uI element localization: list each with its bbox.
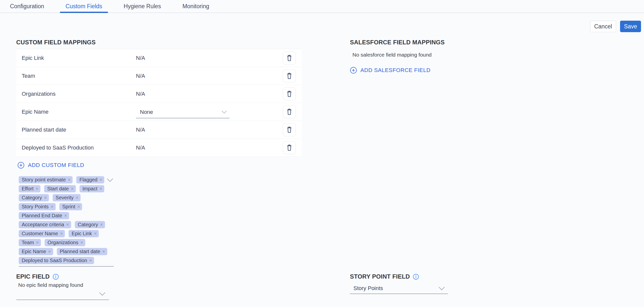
save-button[interactable]: Save — [620, 21, 641, 32]
add-custom-field-label: ADD CUSTOM FIELD — [28, 162, 84, 168]
chip-remove-icon[interactable]: × — [102, 249, 105, 255]
chip-label: Story Points — [22, 204, 49, 210]
chip-label: Organizations — [48, 240, 78, 246]
chip-remove-icon[interactable]: × — [100, 177, 102, 183]
salesforce-empty-message: No salesforce field mapping found — [350, 52, 624, 58]
chevron-down-icon[interactable] — [107, 178, 113, 182]
delete-field-button[interactable] — [283, 123, 296, 136]
cancel-button[interactable]: Cancel — [590, 21, 616, 32]
plus-circle-icon — [18, 162, 24, 169]
add-custom-field-button[interactable]: ADD CUSTOM FIELD — [18, 162, 84, 169]
delete-field-button[interactable] — [283, 87, 296, 100]
chip-label: Planned start date — [60, 249, 100, 255]
info-icon[interactable] — [413, 274, 419, 280]
chip-remove-icon[interactable]: × — [71, 186, 74, 192]
tab[interactable]: Hygiene Rules — [118, 0, 167, 12]
chip-label: Category — [78, 222, 98, 228]
story-point-field-title: STORY POINT FIELD — [350, 273, 624, 280]
chip-remove-icon[interactable]: × — [36, 240, 39, 246]
custom-fields-settings-page: Configuration Custom Fields Hygiene Rule… — [0, 0, 644, 307]
field-chip: Planned End Date × — [19, 212, 69, 219]
field-chip: Epic Name × — [19, 248, 53, 255]
add-salesforce-field-button[interactable]: ADD SALESFORCE FIELD — [350, 67, 430, 74]
chip-remove-icon[interactable]: × — [77, 204, 80, 210]
field-chip: Acceptance criteria × — [19, 221, 71, 228]
main-content: CUSTOM FIELD MAPPINGS Epic Link N/A N/A — [0, 39, 644, 300]
tab-label: Monitoring — [182, 3, 209, 10]
epic-field-title-text: EPIC FIELD — [16, 273, 50, 280]
plus-circle-icon — [350, 67, 357, 74]
chip-remove-icon[interactable]: × — [80, 240, 83, 246]
field-label: Planned start date — [16, 127, 136, 133]
trash-icon — [286, 54, 292, 61]
field-chip: Story point estimate × — [19, 176, 72, 183]
custom-field-mappings-section: CUSTOM FIELD MAPPINGS Epic Link N/A N/A — [16, 39, 302, 267]
field-label: Deployed to SaaS Production — [16, 145, 136, 151]
epic-field-empty-message: No epic field mapping found — [16, 282, 302, 288]
delete-field-button[interactable] — [283, 141, 296, 154]
chip-remove-icon[interactable]: × — [100, 186, 102, 192]
chip-label: Epic Link — [72, 231, 92, 237]
add-salesforce-field-label: ADD SALESFORCE FIELD — [360, 67, 430, 73]
chevron-down-icon — [438, 287, 445, 290]
field-select-value: None — [136, 109, 153, 115]
field-chip: Customer Name × — [19, 230, 65, 237]
custom-field-row: Epic Link N/A N/A — [16, 49, 302, 67]
custom-field-row: Epic Name None None — [16, 103, 302, 121]
field-chip: Impact × — [80, 185, 104, 192]
chip-remove-icon[interactable]: × — [68, 177, 71, 183]
chip-remove-icon[interactable]: × — [48, 249, 51, 255]
custom-field-row: Organizations N/A N/A — [16, 85, 302, 103]
chip-remove-icon[interactable]: × — [60, 231, 63, 237]
form-action-bar: Cancel Save — [590, 21, 641, 32]
field-chip: Flagged × — [76, 176, 104, 183]
chip-remove-icon[interactable]: × — [94, 231, 97, 237]
field-value: N/A — [136, 55, 145, 61]
custom-field-row: Team N/A N/A — [16, 67, 302, 85]
chip-remove-icon[interactable]: × — [36, 186, 38, 192]
tab-label: Custom Fields — [66, 3, 102, 10]
delete-field-button[interactable] — [283, 105, 296, 118]
epic-field-select[interactable] — [16, 289, 109, 300]
tab[interactable]: Custom Fields — [60, 0, 108, 12]
field-value: N/A — [136, 91, 145, 97]
chevron-down-icon — [222, 110, 227, 114]
epic-field-title: EPIC FIELD — [16, 273, 302, 280]
field-label: Organizations — [16, 91, 136, 97]
chip-remove-icon[interactable]: × — [66, 222, 69, 228]
field-label: Epic Link — [16, 55, 136, 61]
chip-label: Team — [22, 240, 34, 246]
chip-label: Start date — [47, 186, 69, 192]
chip-remove-icon[interactable]: × — [100, 222, 103, 228]
chip-label: Impact — [82, 186, 98, 192]
story-point-field-select[interactable]: Story Points — [350, 283, 448, 294]
chip-label: Story point estimate — [22, 177, 66, 183]
chip-remove-icon[interactable]: × — [76, 195, 78, 201]
chip-label: Deployed to SaaS Production — [22, 258, 87, 263]
field-select[interactable]: None — [136, 106, 230, 118]
chip-label: Sprint — [62, 204, 75, 210]
custom-field-mappings-table: Epic Link N/A N/A — [16, 49, 302, 157]
trash-icon — [286, 126, 292, 133]
delete-field-button[interactable] — [283, 51, 296, 64]
tab[interactable]: Configuration — [4, 0, 50, 12]
chip-label: Customer Name — [22, 231, 58, 237]
field-chip: Start date × — [44, 185, 76, 192]
field-label: Epic Name — [16, 109, 136, 115]
chip-remove-icon[interactable]: × — [44, 195, 47, 201]
tab[interactable]: Monitoring — [176, 0, 215, 12]
field-chip: Planned start date × — [57, 248, 107, 255]
info-icon[interactable] — [53, 274, 59, 280]
delete-field-button[interactable] — [283, 69, 296, 82]
chip-remove-icon[interactable]: × — [51, 204, 54, 210]
chip-label: Category — [22, 195, 42, 201]
story-point-field-title-text: STORY POINT FIELD — [350, 273, 410, 280]
chip-remove-icon[interactable]: × — [64, 213, 67, 219]
field-chip: Category × — [75, 221, 105, 228]
available-fields-multiselect[interactable]: Story point estimate × Flagged × Effort … — [19, 176, 114, 267]
field-chip: Sprint × — [59, 203, 82, 210]
field-chip: Category × — [19, 194, 49, 201]
epic-field-section: EPIC FIELD No epic field mapping found — [16, 273, 302, 300]
chip-remove-icon[interactable]: × — [89, 258, 92, 263]
field-value: N/A — [136, 73, 145, 79]
